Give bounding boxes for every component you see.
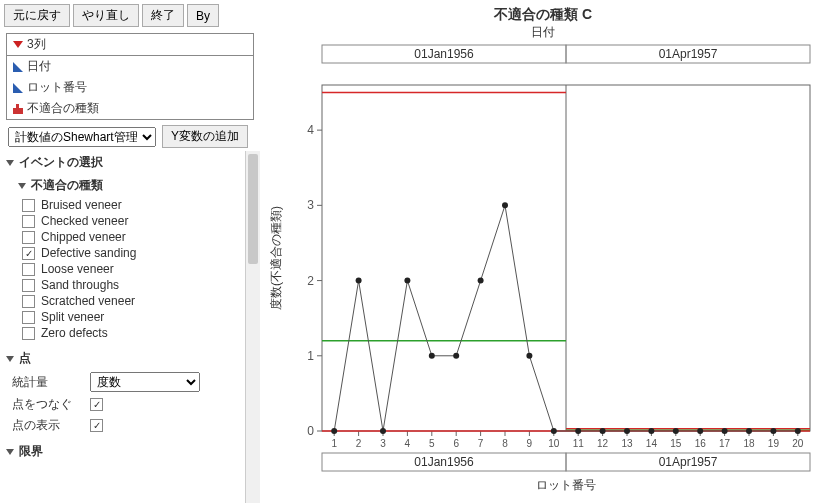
show-checkbox[interactable]: ✓: [90, 419, 103, 432]
checkbox-label: Sand throughs: [41, 278, 119, 292]
svg-text:5: 5: [429, 438, 435, 449]
svg-text:01Apr1957: 01Apr1957: [659, 455, 718, 469]
svg-text:14: 14: [646, 438, 658, 449]
show-label: 点の表示: [12, 417, 82, 434]
checkbox-label: Loose veneer: [41, 262, 114, 276]
points-header[interactable]: 点: [4, 347, 240, 370]
chart-subtitle: 日付: [264, 24, 822, 41]
defect-check-8[interactable]: Zero defects: [4, 325, 240, 341]
columns-panel: 3列 日付 ロット番号 不適合の種類: [6, 33, 254, 120]
svg-text:19: 19: [768, 438, 780, 449]
checkbox-label: Chipped veneer: [41, 230, 126, 244]
svg-text:1: 1: [307, 349, 314, 363]
svg-text:18: 18: [743, 438, 755, 449]
checkbox[interactable]: ✓: [22, 247, 35, 260]
checkbox[interactable]: [22, 327, 35, 340]
redo-button[interactable]: やり直し: [73, 4, 139, 27]
checkbox-label: Split veneer: [41, 310, 104, 324]
checkbox-label: Defective sanding: [41, 246, 136, 260]
svg-point-66: [404, 278, 410, 284]
undo-button[interactable]: 元に戻す: [4, 4, 70, 27]
event-select-header[interactable]: イベントの選択: [4, 151, 240, 174]
scrollbar-thumb[interactable]: [248, 154, 258, 264]
svg-point-73: [575, 428, 581, 434]
limits-header[interactable]: 限界: [4, 440, 240, 463]
svg-text:01Jan1956: 01Jan1956: [414, 455, 474, 469]
section-label: イベントの選択: [19, 154, 103, 171]
svg-point-65: [380, 428, 386, 434]
defect-check-2[interactable]: Chipped veneer: [4, 229, 240, 245]
app-root: 元に戻す やり直し 終了 By 3列 日付 ロット番号: [0, 0, 832, 503]
svg-text:3: 3: [307, 198, 314, 212]
continuous-icon: [13, 62, 23, 72]
checkbox-label: Scratched veneer: [41, 294, 135, 308]
svg-point-77: [673, 428, 679, 434]
svg-point-82: [795, 428, 801, 434]
column-label: 不適合の種類: [27, 100, 99, 117]
svg-point-69: [478, 278, 484, 284]
section-label: 点: [19, 350, 31, 367]
svg-point-80: [746, 428, 752, 434]
svg-text:4: 4: [405, 438, 411, 449]
svg-point-76: [648, 428, 654, 434]
svg-point-81: [770, 428, 776, 434]
svg-text:9: 9: [527, 438, 533, 449]
svg-text:1: 1: [331, 438, 337, 449]
chart-type-select[interactable]: 計数値のShewhart管理図: [8, 127, 156, 147]
svg-point-63: [331, 428, 337, 434]
checkbox-label: Zero defects: [41, 326, 108, 340]
by-button[interactable]: By: [187, 4, 219, 27]
checkbox[interactable]: [22, 311, 35, 324]
column-item-2[interactable]: 不適合の種類: [7, 98, 253, 119]
svg-point-75: [624, 428, 630, 434]
checkbox[interactable]: [22, 199, 35, 212]
options-scroll: イベントの選択 不適合の種類 Bruised veneerChecked ven…: [0, 151, 260, 503]
checkbox-label: Bruised veneer: [41, 198, 122, 212]
svg-text:4: 4: [307, 123, 314, 137]
svg-text:8: 8: [502, 438, 508, 449]
svg-text:6: 6: [453, 438, 459, 449]
svg-point-72: [551, 428, 557, 434]
disclose-icon: [13, 41, 23, 48]
continuous-icon: [13, 83, 23, 93]
svg-text:7: 7: [478, 438, 484, 449]
svg-point-74: [600, 428, 606, 434]
svg-point-79: [722, 428, 728, 434]
left-panel: 元に戻す やり直し 終了 By 3列 日付 ロット番号: [0, 0, 260, 503]
checkbox[interactable]: [22, 231, 35, 244]
checkbox[interactable]: [22, 215, 35, 228]
add-y-button[interactable]: Y変数の追加: [162, 125, 248, 148]
column-item-1[interactable]: ロット番号: [7, 77, 253, 98]
exit-button[interactable]: 終了: [142, 4, 184, 27]
defect-type-header[interactable]: 不適合の種類: [12, 174, 240, 197]
defect-check-3[interactable]: ✓Defective sanding: [4, 245, 240, 261]
svg-text:度数(不適合の種類): 度数(不適合の種類): [269, 206, 283, 310]
columns-header[interactable]: 3列: [7, 34, 253, 55]
defect-check-7[interactable]: Split veneer: [4, 309, 240, 325]
checkbox[interactable]: [22, 279, 35, 292]
defect-check-6[interactable]: Scratched veneer: [4, 293, 240, 309]
defect-check-0[interactable]: Bruised veneer: [4, 197, 240, 213]
column-item-0[interactable]: 日付: [7, 56, 253, 77]
disclose-icon: [18, 183, 26, 189]
defect-check-5[interactable]: Sand throughs: [4, 277, 240, 293]
columns-count: 3列: [27, 36, 46, 53]
scrollbar[interactable]: [245, 151, 260, 503]
section-label: 不適合の種類: [31, 177, 103, 194]
stat-select[interactable]: 度数: [90, 372, 200, 392]
defect-check-4[interactable]: Loose veneer: [4, 261, 240, 277]
disclose-icon: [6, 160, 14, 166]
checkbox[interactable]: [22, 263, 35, 276]
disclose-icon: [6, 449, 14, 455]
defect-check-1[interactable]: Checked veneer: [4, 213, 240, 229]
defect-check-list: Bruised veneerChecked veneerChipped vene…: [4, 197, 240, 341]
svg-point-67: [429, 353, 435, 359]
svg-text:2: 2: [356, 438, 362, 449]
connect-label: 点をつなぐ: [12, 396, 82, 413]
svg-point-78: [697, 428, 703, 434]
connect-checkbox[interactable]: ✓: [90, 398, 103, 411]
svg-text:10: 10: [548, 438, 560, 449]
svg-point-64: [356, 278, 362, 284]
checkbox[interactable]: [22, 295, 35, 308]
svg-text:01Apr1957: 01Apr1957: [659, 47, 718, 61]
